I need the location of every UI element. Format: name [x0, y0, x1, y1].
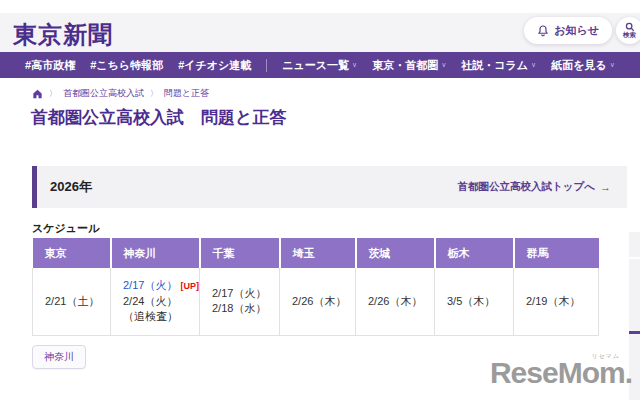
resemom-ruby: リセマム — [591, 352, 620, 361]
nav-item-news[interactable]: ニュース一覧∨ — [282, 58, 357, 73]
breadcrumb-item-exam[interactable]: 首都圏公立高校入試 — [63, 87, 144, 100]
cell-tochigi: 3/5（木） — [435, 268, 514, 335]
search-button[interactable]: 検索 — [616, 17, 640, 44]
site-header: 東京新聞 お知らせ 検索 — [0, 13, 640, 52]
cell-gunma: 2/19（木） — [514, 268, 599, 335]
cell-tokyo: 2/21（土） — [33, 268, 111, 335]
cell-kanagawa: 2/17（火）[UP] 2/24（火） （追検査） — [111, 268, 200, 335]
kanagawa-tag-button[interactable]: 神奈川 — [32, 345, 86, 369]
chiba-date-1: 2/17（火） — [212, 286, 279, 301]
nav-item-tokyo[interactable]: 東京・首都圏∨ — [372, 58, 446, 73]
exam-top-link[interactable]: 首都圏公立高校入試トップへ → — [458, 180, 611, 194]
nav-item-tokyo-label: 東京・首都圏 — [372, 58, 438, 73]
chevron-down-icon: ∨ — [441, 61, 446, 69]
kanagawa-date-2: 2/24（火） — [123, 294, 199, 309]
kanagawa-retest-note: （追検査） — [123, 309, 199, 324]
col-header-gunma: 群馬 — [514, 238, 599, 268]
exam-top-link-label: 首都圏公立高校入試トップへ — [458, 180, 595, 194]
nav-item-hash-2[interactable]: #こちら特報部 — [90, 58, 163, 73]
kanagawa-date-link[interactable]: 2/17（火） — [123, 279, 177, 291]
home-icon[interactable] — [32, 89, 43, 99]
main-nav: #高市政権 #こちら特報部 #イチオシ連載 ニュース一覧∨ 東京・首都圏∨ 社説… — [0, 52, 640, 78]
nav-item-hash-3[interactable]: #イチオシ連載 — [178, 58, 251, 73]
chevron-down-icon: ∨ — [610, 61, 615, 69]
col-header-chiba: 千葉 — [200, 238, 280, 268]
breadcrumb: 〉 首都圏公立高校入試 〉 問題と正答 — [32, 87, 209, 100]
notice-button[interactable]: お知らせ — [524, 17, 612, 44]
chiba-date-2: 2/18（水） — [212, 301, 279, 316]
breadcrumb-item-current: 問題と正答 — [164, 87, 209, 100]
col-header-ibaraki: 茨城 — [356, 238, 435, 268]
up-badge: [UP] — [180, 281, 199, 291]
year-label: 2026年 — [50, 178, 92, 196]
col-header-kanagawa: 神奈川 — [111, 238, 200, 268]
schedule-table: 東京 神奈川 千葉 埼玉 茨城 栃木 群馬 2/21（土） 2/17（火）[UP… — [32, 238, 599, 336]
page-title: 首都圏公立高校入試 問題と正答 — [31, 106, 286, 129]
col-header-saitama: 埼玉 — [280, 238, 356, 268]
cell-ibaraki: 2/26（木） — [356, 268, 435, 335]
partial-panel-accent — [629, 331, 640, 334]
cell-saitama: 2/26（木） — [280, 268, 356, 335]
col-header-tokyo: 東京 — [33, 238, 111, 268]
nav-item-editorial-label: 社説・コラム — [461, 58, 528, 73]
schedule-heading: スケジュール — [32, 221, 99, 236]
bell-icon — [537, 24, 549, 37]
arrow-right-icon: → — [600, 181, 611, 193]
chevron-down-icon: ∨ — [352, 61, 357, 69]
nav-item-hash-1[interactable]: #高市政権 — [25, 58, 75, 73]
year-section-header: 2026年 首都圏公立高校入試トップへ → — [32, 166, 627, 208]
nav-item-news-label: ニュース一覧 — [282, 58, 349, 73]
resemom-watermark: リセマム ReseMom. — [490, 356, 632, 390]
nav-item-paper[interactable]: 紙面を見る∨ — [551, 58, 615, 73]
nav-divider — [266, 59, 267, 72]
schedule-header-row: 東京 神奈川 千葉 埼玉 茨城 栃木 群馬 — [33, 238, 599, 268]
schedule-data-row: 2/21（土） 2/17（火）[UP] 2/24（火） （追検査） 2/17（火… — [33, 268, 599, 335]
col-header-tochigi: 栃木 — [435, 238, 514, 268]
search-button-label: 検索 — [623, 31, 636, 40]
chevron-down-icon: ∨ — [531, 61, 536, 69]
cell-chiba: 2/17（火） 2/18（水） — [200, 268, 280, 335]
breadcrumb-separator: 〉 — [49, 88, 57, 99]
breadcrumb-separator: 〉 — [150, 88, 158, 99]
partial-panel-divider — [629, 257, 640, 259]
nav-item-editorial[interactable]: 社説・コラム∨ — [461, 58, 536, 73]
notice-button-label: お知らせ — [554, 23, 599, 38]
nav-item-paper-label: 紙面を見る — [551, 58, 607, 73]
site-logo[interactable]: 東京新聞 — [13, 19, 113, 51]
